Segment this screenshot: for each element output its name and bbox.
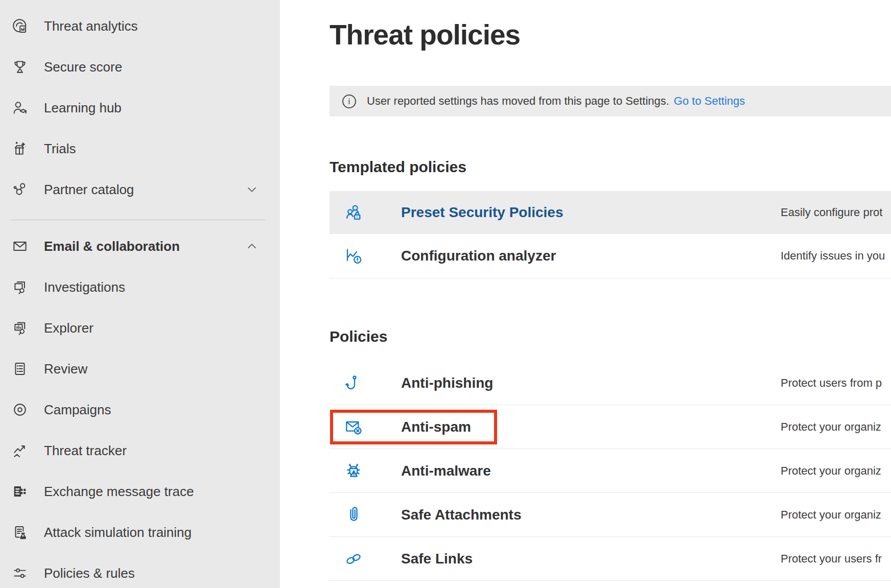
policies-rules-icon <box>11 565 29 582</box>
sidebar-item-label: Threat tracker <box>44 443 127 459</box>
anti-spam-icon <box>343 417 364 437</box>
sidebar-item-threat-analytics[interactable]: Threat analytics <box>0 6 280 46</box>
exchange-icon <box>11 483 29 500</box>
anti-phishing-icon <box>343 373 364 393</box>
info-banner: i User reported settings has moved from … <box>330 86 891 116</box>
threat-tracker-icon <box>11 442 29 459</box>
configuration-analyzer-icon <box>343 246 364 266</box>
row-anti-spam[interactable]: Anti-spam Protect your organiz <box>330 405 891 449</box>
section-header-policies: Policies <box>330 328 387 345</box>
chevron-down-icon[interactable] <box>244 182 260 197</box>
sidebar-item-label: Exchange message trace <box>44 484 194 500</box>
sidebar-item-label: Trials <box>44 141 76 157</box>
sidebar-item-review[interactable]: Review <box>0 348 280 389</box>
row-label: Anti-phishing <box>401 375 493 391</box>
sidebar-item-label: Secure score <box>44 59 122 75</box>
row-label: Preset Security Policies <box>401 204 564 221</box>
preset-security-policies-icon <box>343 202 364 223</box>
row-description: Protect your organiz <box>781 420 881 434</box>
trials-icon <box>11 140 29 157</box>
partner-catalog-icon <box>11 181 29 198</box>
anti-malware-icon <box>343 461 364 481</box>
row-label: Anti-malware <box>401 463 491 479</box>
row-safe-attachments[interactable]: Safe Attachments Protect your organiz <box>330 493 891 537</box>
sidebar-item-label: Email & collaboration <box>44 239 180 254</box>
sidebar-item-label: Threat analytics <box>44 18 138 34</box>
row-description: Protect your organiz <box>781 464 881 478</box>
sidebar-item-learning-hub[interactable]: Learning hub <box>0 87 280 128</box>
trophy-icon <box>11 58 29 76</box>
sidebar-item-label: Investigations <box>44 279 125 295</box>
row-label: Safe Attachments <box>401 507 521 523</box>
chevron-up-icon[interactable] <box>244 239 260 254</box>
sidebar-item-label: Learning hub <box>44 100 122 116</box>
sidebar-item-secure-score[interactable]: Secure score <box>0 46 280 87</box>
row-preset-security-policies[interactable]: Preset Security Policies Easily configur… <box>330 191 891 234</box>
sidebar-item-threat-tracker[interactable]: Threat tracker <box>0 430 280 471</box>
sidebar-item-campaigns[interactable]: Campaigns <box>0 389 280 430</box>
sidebar-item-policies-rules[interactable]: Policies & rules <box>0 553 280 588</box>
sidebar-item-attack-simulation-training[interactable]: Attack simulation training <box>0 512 280 553</box>
threat-analytics-icon <box>11 17 29 35</box>
sidebar-divider <box>10 220 266 220</box>
sidebar-item-label: Explorer <box>44 320 93 336</box>
row-description: Protect your organiz <box>781 508 881 522</box>
sidebar-item-trials[interactable]: Trials <box>0 128 280 169</box>
row-configuration-analyzer[interactable]: Configuration analyzer Identify issues i… <box>330 234 891 278</box>
campaigns-icon <box>11 401 29 418</box>
row-description: Easily configure prot <box>781 206 882 219</box>
row-anti-malware[interactable]: Anti-malware Protect your organiz <box>330 449 891 493</box>
sidebar-item-exchange-message-trace[interactable]: Exchange message trace <box>0 471 280 512</box>
sidebar-item-investigations[interactable]: Investigations <box>0 267 280 308</box>
sidebar-item-label: Policies & rules <box>44 566 135 581</box>
page-title: Threat policies <box>330 18 520 51</box>
row-safe-links[interactable]: Safe Links Protect your users fr <box>330 537 891 581</box>
row-description: Protect your users fr <box>781 552 882 566</box>
row-anti-phishing[interactable]: Anti-phishing Protect users from p <box>330 361 891 405</box>
sidebar-item-email-collaboration[interactable]: Email & collaboration <box>0 226 280 267</box>
investigations-icon <box>11 278 29 296</box>
review-icon <box>11 360 29 378</box>
info-icon: i <box>342 95 356 108</box>
banner-text: User reported settings has moved from th… <box>367 95 669 108</box>
sidebar-item-label: Campaigns <box>44 402 111 418</box>
sidebar-item-label: Attack simulation training <box>44 525 192 540</box>
section-header-templated-policies: Templated policies <box>330 158 466 176</box>
row-label: Safe Links <box>401 551 473 567</box>
sidebar-item-partner-catalog[interactable]: Partner catalog <box>0 169 280 210</box>
row-label: Anti-spam <box>401 419 471 435</box>
sidebar-item-label: Review <box>44 361 87 377</box>
attack-simulation-icon <box>11 524 29 541</box>
sidebar: Threat analytics Secure score Learning h… <box>0 0 280 588</box>
email-icon <box>11 238 29 255</box>
threat-policies-screen: Threat analytics Secure score Learning h… <box>0 0 891 588</box>
row-description: Protect users from p <box>781 377 882 390</box>
sidebar-item-label: Partner catalog <box>44 182 134 198</box>
row-description: Identify issues in you <box>781 249 885 263</box>
main-content: Threat policies i User reported settings… <box>280 0 891 588</box>
explorer-icon <box>11 319 29 337</box>
learning-hub-icon <box>11 99 29 116</box>
sidebar-item-explorer[interactable]: Explorer <box>0 308 280 348</box>
safe-links-icon <box>343 549 364 569</box>
go-to-settings-link[interactable]: Go to Settings <box>674 95 745 108</box>
row-label: Configuration analyzer <box>401 248 556 264</box>
safe-attachments-icon <box>343 505 364 525</box>
